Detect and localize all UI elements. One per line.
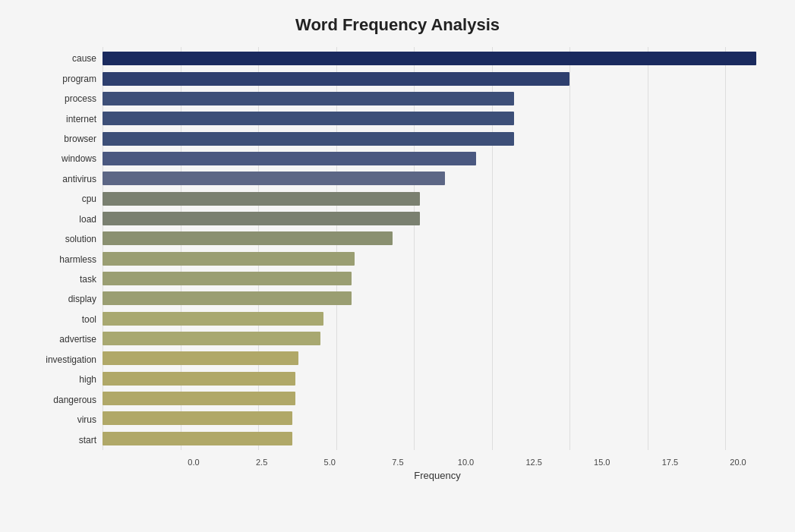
bar xyxy=(103,112,514,125)
bar-row xyxy=(103,250,772,267)
x-tick-label: 10.0 xyxy=(455,458,478,467)
y-label: internet xyxy=(23,110,96,128)
bar xyxy=(103,152,476,165)
y-label: advertise xyxy=(23,330,96,348)
bar-row xyxy=(103,110,772,127)
y-label: tool xyxy=(23,310,96,329)
bar-row xyxy=(103,390,772,407)
bars-container xyxy=(103,47,772,450)
y-label: load xyxy=(23,210,96,228)
y-label: dangerous xyxy=(23,391,96,409)
y-label: harmless xyxy=(23,250,96,269)
plot-area xyxy=(103,47,772,450)
bar-row xyxy=(103,131,772,147)
y-label: cpu xyxy=(23,190,96,208)
bar xyxy=(103,132,514,146)
bar-row xyxy=(103,71,772,87)
bar xyxy=(103,332,320,345)
bar-row xyxy=(103,370,772,387)
bar xyxy=(103,411,292,425)
bar xyxy=(103,291,352,305)
bar-row xyxy=(103,230,772,247)
bar xyxy=(103,252,355,266)
bar xyxy=(103,312,323,326)
y-label: virus xyxy=(23,411,96,429)
bar xyxy=(103,432,292,445)
y-label: browser xyxy=(23,130,96,148)
x-tick-label: 12.5 xyxy=(522,458,545,467)
y-label: high xyxy=(23,370,96,389)
bar xyxy=(103,92,514,105)
x-tick-label: 5.0 xyxy=(318,458,341,467)
bar xyxy=(103,392,295,405)
bar-row xyxy=(103,270,772,287)
bar xyxy=(103,372,295,386)
bar xyxy=(103,351,298,365)
bar xyxy=(103,52,756,65)
x-axis-title: Frequency xyxy=(103,470,772,481)
y-label: task xyxy=(23,270,96,288)
y-label: start xyxy=(23,431,96,449)
bar-row xyxy=(103,410,772,427)
bar-row xyxy=(103,290,772,307)
y-label: solution xyxy=(23,230,96,248)
y-label: investigation xyxy=(23,351,96,369)
x-axis: 0.02.55.07.510.012.515.017.520.0 Frequen… xyxy=(103,450,772,481)
y-label: process xyxy=(23,90,96,108)
chart-title: Word Frequency Analysis xyxy=(23,15,772,35)
bar xyxy=(103,231,393,245)
bar xyxy=(103,172,445,185)
bar-row xyxy=(103,190,772,207)
bar xyxy=(103,192,420,206)
bar xyxy=(103,212,420,225)
y-label: windows xyxy=(23,150,96,168)
bar-row xyxy=(103,150,772,167)
y-label: cause xyxy=(23,49,96,68)
bar-row xyxy=(103,330,772,347)
y-label: program xyxy=(23,70,96,88)
x-tick-label: 2.5 xyxy=(251,458,273,467)
x-tick-label: 0.0 xyxy=(182,458,205,467)
y-axis-labels: causeprogramprocessinternetbrowserwindow… xyxy=(23,47,103,450)
x-tick-label: 20.0 xyxy=(727,458,749,467)
x-tick-label: 15.0 xyxy=(591,458,614,467)
chart-container: Word Frequency Analysis causeprogramproc… xyxy=(0,0,795,532)
bar-row xyxy=(103,210,772,227)
bar-row xyxy=(103,170,772,187)
bar-row xyxy=(103,90,772,107)
x-ticks: 0.02.55.07.510.012.515.017.520.0 xyxy=(182,455,749,467)
bar xyxy=(103,72,569,86)
y-label: antivirus xyxy=(23,170,96,188)
x-tick-label: 7.5 xyxy=(386,458,409,467)
bar-row xyxy=(103,310,772,327)
bar xyxy=(103,272,352,285)
bar-row xyxy=(103,350,772,367)
x-tick-label: 17.5 xyxy=(658,458,681,467)
y-label: display xyxy=(23,290,96,308)
bar-row xyxy=(103,50,772,67)
bar-row xyxy=(103,430,772,447)
